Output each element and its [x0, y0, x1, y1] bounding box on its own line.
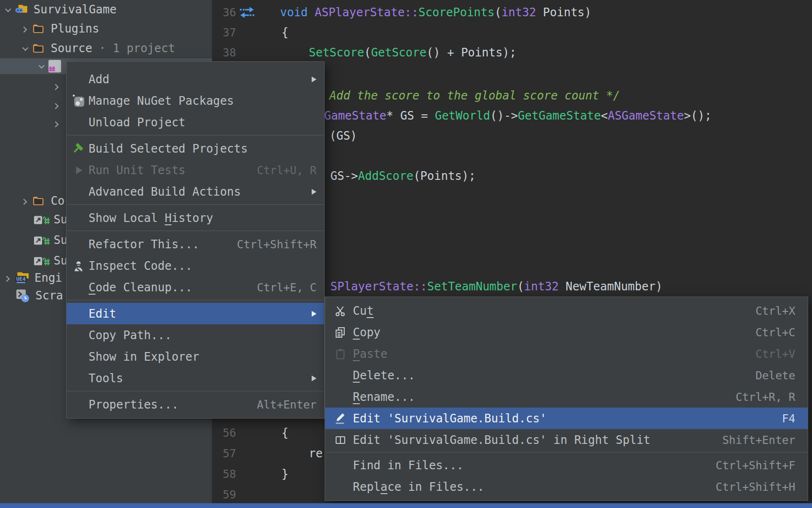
chevron-right-icon[interactable]: [17, 199, 32, 203]
tree-row-solution[interactable]: SurvivalGame: [0, 0, 212, 19]
menu-item-run-unit-tests[interactable]: Run Unit Tests Ctrl+U, R: [67, 159, 324, 181]
submenu-item-rename[interactable]: Rename... Ctrl+R, R: [325, 386, 808, 408]
shortcut-label: Ctrl+C: [756, 326, 795, 339]
shortcut-label: Delete: [756, 369, 795, 382]
submenu-item-cut[interactable]: Cut Ctrl+X: [325, 300, 808, 321]
menu-item-properties[interactable]: Properties... Alt+Enter: [67, 394, 324, 415]
submenu-item-delete[interactable]: Delete... Delete: [325, 364, 808, 386]
submenu-arrow-icon: [312, 311, 316, 317]
menu-item-show-local-history[interactable]: Show Local History: [67, 207, 324, 229]
menu-item-add[interactable]: Add: [67, 68, 324, 90]
code-line-gamestate: GameState* GS = GetWorld()->GetGameState…: [324, 106, 711, 126]
menu-item-advanced-build-actions[interactable]: Advanced Build Actions: [67, 181, 324, 202]
tree-row-plugins[interactable]: Plugins: [0, 20, 212, 38]
tree-label: Co: [51, 194, 65, 208]
shortcut-label: Shift+Enter: [722, 434, 795, 446]
shortcut-label: F4: [782, 412, 795, 425]
chevron-right-icon[interactable]: [0, 276, 14, 280]
menu-item-copy-path[interactable]: Copy Path...: [67, 324, 324, 346]
tree-label: Plugins: [51, 22, 99, 35]
tree-label: Scra: [35, 289, 63, 302]
rider-ide-window: SurvivalGame Plugins Source: [0, 0, 812, 508]
right-split-icon: [334, 434, 347, 446]
csharp-file-icon: [34, 213, 53, 226]
hammer-icon: [71, 142, 86, 155]
menu-item-tools[interactable]: Tools: [67, 367, 324, 389]
code-line-38: SetScore(GetScore() + Points);: [309, 43, 516, 63]
code-line-36: void ASPlayerState::ScorePoints(int32 Po…: [280, 2, 591, 22]
edit-pencil-icon: [334, 412, 347, 425]
nuget-icon: [71, 94, 86, 107]
code-line-57: re: [309, 443, 323, 464]
scratches-icon: [15, 288, 34, 303]
tree-label: Engi: [34, 271, 62, 285]
submenu-item-find-in-files[interactable]: Find in Files... Ctrl+Shift+F: [325, 454, 808, 476]
line-number: 57: [212, 443, 236, 464]
menu-separator: [326, 452, 807, 453]
line-number: 56: [212, 423, 236, 443]
code-line-58: }: [282, 464, 288, 484]
edit-submenu: Cut Ctrl+X Copy Ctrl+C Paste: [325, 297, 808, 501]
menu-item-edit[interactable]: Edit: [67, 303, 324, 324]
tree-row-source[interactable]: Source · 1 project: [0, 39, 212, 57]
chevron-down-icon[interactable]: [17, 46, 32, 51]
menu-item-build-selected[interactable]: Build Selected Projects: [67, 138, 324, 159]
cut-scissors-icon: [334, 305, 347, 317]
submenu-item-replace-in-files[interactable]: Replace in Files... Ctrl+Shift+H: [325, 476, 808, 497]
submenu-arrow-icon: [312, 189, 316, 195]
chevron-right-icon[interactable]: [49, 121, 63, 126]
submenu-arrow-icon: [312, 77, 316, 82]
run-play-icon: [71, 165, 86, 176]
menu-item-code-cleanup[interactable]: Code Cleanup... Ctrl+E, C: [67, 276, 324, 298]
line-number: 37: [212, 22, 236, 43]
code-line-37: {: [282, 22, 288, 43]
submenu-item-paste[interactable]: Paste Ctrl+V: [325, 343, 808, 364]
shortcut-label: Ctrl+V: [756, 348, 795, 360]
code-line-56: {: [282, 423, 288, 443]
tree-label: SurvivalGame: [34, 3, 116, 16]
shortcut-label: Ctrl+X: [756, 305, 795, 317]
shortcut-label: Alt+Enter: [257, 398, 316, 411]
shortcut-label: Ctrl+Shift+F: [716, 459, 795, 472]
tree-label: Su: [54, 254, 68, 267]
chevron-right-icon[interactable]: [49, 103, 63, 108]
csharp-file-icon: [34, 254, 53, 267]
paste-clipboard-icon: [334, 348, 347, 360]
folder-icon: [32, 195, 48, 207]
menu-separator: [67, 391, 324, 391]
tree-label: Source: [51, 42, 92, 55]
ue4-folder-icon: UE4: [14, 271, 33, 285]
menu-separator: [67, 231, 324, 231]
menu-item-manage-nuget[interactable]: Manage NuGet Packages: [67, 90, 324, 111]
project-context-menu: Add Manage NuGet Packages Unload Project: [66, 61, 325, 419]
chevron-down-icon[interactable]: [34, 64, 48, 68]
submenu-item-edit-build-cs[interactable]: Edit 'SurvivalGame.Build.cs' F4: [325, 408, 808, 429]
copy-icon: [334, 326, 347, 339]
folder-icon: [32, 42, 48, 55]
code-line-setteamnumber: SPlayerState::SetTeamNumber(int32 NewTea…: [330, 276, 663, 297]
shortcut-label: Ctrl+U, R: [257, 164, 316, 177]
implemented-method-gutter-icon[interactable]: [239, 6, 255, 19]
menu-separator: [67, 204, 324, 205]
tree-label: Su: [54, 213, 68, 226]
chevron-right-icon[interactable]: [49, 84, 63, 88]
submenu-item-edit-build-cs-right-split[interactable]: Edit 'SurvivalGame.Build.cs' in Right Sp…: [325, 429, 808, 451]
menu-item-show-in-explorer[interactable]: Show in Explorer: [67, 346, 324, 367]
shortcut-label: Ctrl+E, C: [257, 281, 316, 294]
submenu-arrow-icon: [312, 375, 316, 381]
tree-label-suffix: · 1 project: [99, 42, 175, 55]
folder-icon: [32, 22, 48, 35]
menu-item-inspect-code[interactable]: Inspect Code...: [67, 255, 324, 276]
submenu-item-copy[interactable]: Copy Ctrl+C: [325, 321, 808, 343]
menu-item-unload-project[interactable]: Unload Project: [67, 111, 324, 133]
chevron-right-icon[interactable]: [17, 27, 32, 31]
chevron-down-icon[interactable]: [0, 8, 14, 12]
tree-label: Su: [54, 233, 68, 247]
line-number: 38: [212, 43, 236, 63]
menu-item-refactor-this[interactable]: Refactor This... Ctrl+Shift+R: [67, 233, 324, 255]
code-line-if-gs: (GS): [329, 126, 357, 146]
code-line-comment: Add the score to the global score count …: [329, 86, 620, 106]
csharp-project-icon: [48, 59, 64, 74]
shortcut-label: Ctrl+Shift+R: [237, 238, 316, 251]
line-number: 58: [212, 464, 236, 484]
